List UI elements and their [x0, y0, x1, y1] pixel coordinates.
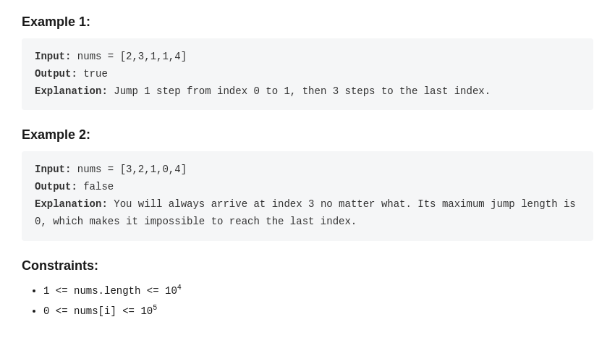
example2-explanation-label: Explanation:	[35, 198, 108, 210]
example2-input-label: Input:	[35, 164, 71, 175]
constraints-section: Constraints: 1 <= nums.length <= 104 0 <…	[22, 258, 593, 321]
example1-output-line: Output: true	[35, 66, 580, 83]
list-item: 0 <= nums[i] <= 105	[43, 301, 593, 321]
example1-input-label: Input:	[35, 51, 71, 62]
example1-box: Input: nums = [2,3,1,1,4] Output: true E…	[22, 38, 593, 110]
constraints-title: Constraints:	[22, 258, 593, 274]
example1-title: Example 1:	[22, 14, 593, 30]
example2-box: Input: nums = [3,2,1,0,4] Output: false …	[22, 151, 593, 240]
example2-output-value: false	[83, 181, 114, 192]
example2-output-label: Output:	[35, 181, 77, 192]
constraint-2-sup: 5	[153, 304, 157, 312]
constraint-1-text: 1 <= nums.length <= 104	[43, 285, 182, 297]
example2-title: Example 2:	[22, 127, 593, 143]
example2-output-line: Output: false	[35, 179, 580, 196]
example2-input-line: Input: nums = [3,2,1,0,4]	[35, 161, 580, 179]
example1-output-label: Output:	[35, 68, 77, 80]
constraint-1-sup: 4	[177, 284, 182, 292]
constraint-2-text: 0 <= nums[i] <= 105	[43, 305, 157, 317]
constraints-list: 1 <= nums.length <= 104 0 <= nums[i] <= …	[22, 281, 593, 321]
example1-explanation-line: Explanation: Jump 1 step from index 0 to…	[35, 83, 580, 101]
example1-explanation-label: Explanation:	[35, 85, 108, 97]
example1-output-value: true	[83, 68, 108, 80]
example1-input-value: nums = [2,3,1,1,4]	[77, 51, 187, 62]
example1-explanation-value: Jump 1 step from index 0 to 1, then 3 st…	[114, 85, 491, 97]
list-item: 1 <= nums.length <= 104	[43, 281, 593, 301]
example1-input-line: Input: nums = [2,3,1,1,4]	[35, 48, 580, 66]
example1-section: Example 1: Input: nums = [2,3,1,1,4] Out…	[22, 14, 593, 110]
example2-input-value: nums = [3,2,1,0,4]	[77, 164, 187, 175]
example2-explanation-line: Explanation: You will always arrive at i…	[35, 196, 580, 231]
example2-section: Example 2: Input: nums = [3,2,1,0,4] Out…	[22, 127, 593, 240]
example2-explanation-value: You will always arrive at index 3 no mat…	[35, 198, 576, 227]
